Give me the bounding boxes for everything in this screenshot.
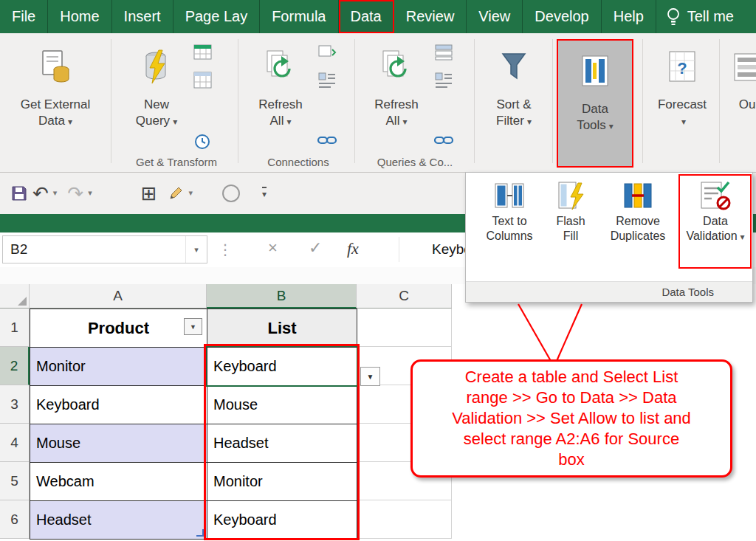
chevron-down-icon: ▾ xyxy=(68,117,72,127)
group-label-queries: Queries & Co... xyxy=(357,156,472,168)
tab-formulas[interactable]: Formula xyxy=(260,0,338,33)
select-all-corner[interactable] xyxy=(0,284,30,309)
column-header-b[interactable]: B xyxy=(207,284,357,309)
flyout-item-label: Text to xyxy=(486,214,532,229)
callout-line: select range A2:A6 for Source xyxy=(464,429,679,449)
properties-icon[interactable] xyxy=(317,72,337,89)
data-validation-dropdown-button[interactable]: ▼ xyxy=(360,367,380,386)
cell-a3[interactable]: Keyboard xyxy=(30,386,207,424)
row-header-4[interactable]: 4 xyxy=(0,424,30,462)
outline-button[interactable]: Ou xyxy=(728,38,756,168)
pencil-icon xyxy=(168,185,184,201)
tab-help[interactable]: Help xyxy=(602,0,656,33)
flyout-item-label: Duplicates xyxy=(611,229,666,244)
get-transform-small-buttons xyxy=(193,44,213,151)
group-divider xyxy=(719,39,720,163)
row-header-2[interactable]: 2 xyxy=(0,347,30,385)
column-header-c[interactable]: C xyxy=(357,284,452,309)
tab-file[interactable]: File xyxy=(0,0,48,33)
refresh-all-button-1[interactable]: Refresh All▾ xyxy=(247,38,314,168)
tab-data[interactable]: Data xyxy=(339,0,394,33)
remove-duplicates-button[interactable]: Remove Duplicates xyxy=(602,180,674,244)
name-box[interactable]: B2 ▾ xyxy=(2,235,207,263)
button-label: Forecast xyxy=(658,97,707,113)
recent-sources-icon[interactable] xyxy=(193,132,213,151)
group-divider xyxy=(474,39,475,163)
customize-qat-button[interactable]: ▾ xyxy=(262,187,267,199)
new-query-button[interactable]: New Query▾ xyxy=(124,38,189,168)
insert-function-button[interactable]: fx xyxy=(347,239,359,258)
group-divider xyxy=(111,39,111,163)
row-header-5[interactable]: 5 xyxy=(0,462,30,500)
tell-me-box[interactable]: Tell me xyxy=(659,0,756,33)
flyout-group-label: Data Tools xyxy=(466,281,752,302)
edit-links-icon[interactable] xyxy=(434,132,455,148)
tab-review[interactable]: Review xyxy=(394,0,467,33)
cell-c6[interactable] xyxy=(357,500,452,539)
filter-dropdown-icon[interactable]: ▼ xyxy=(184,318,202,335)
group-label-connections: Connections xyxy=(244,156,353,168)
properties-icon[interactable] xyxy=(434,72,453,89)
tab-developer[interactable]: Develop xyxy=(523,0,601,33)
row-header-3[interactable]: 3 xyxy=(0,385,30,424)
flyout-item-label: Remove xyxy=(611,214,666,229)
new-query-icon xyxy=(141,38,172,97)
shape-circle-icon[interactable] xyxy=(222,185,240,202)
save-button[interactable] xyxy=(10,185,28,202)
row-header-6[interactable]: 6 xyxy=(0,500,30,539)
flyout-item-label: Fill xyxy=(556,229,585,244)
borders-button[interactable]: ⊞ xyxy=(141,184,157,203)
data-tools-button[interactable]: Data Tools▾ xyxy=(558,42,632,172)
chevron-down-icon: ▾ xyxy=(609,121,614,131)
chevron-down-icon: ▾ xyxy=(286,117,291,127)
cell-a4[interactable]: Mouse xyxy=(30,424,207,463)
tab-view[interactable]: View xyxy=(467,0,523,33)
flash-fill-icon xyxy=(555,180,586,211)
enter-check-icon[interactable]: ✓ xyxy=(309,238,322,258)
flash-fill-button[interactable]: Flash Fill xyxy=(547,180,594,244)
annotation-box-data-validation xyxy=(678,174,752,269)
button-label: Refresh xyxy=(374,97,419,113)
cell-c1[interactable] xyxy=(357,309,452,347)
forecast-button[interactable]: ? Forecast ▾ xyxy=(650,38,715,168)
tab-insert[interactable]: Insert xyxy=(112,0,173,33)
name-box-value: B2 xyxy=(10,241,27,258)
data-tools-icon xyxy=(579,42,611,101)
undo-button[interactable]: ↶ xyxy=(32,184,49,203)
cell-b1[interactable]: List xyxy=(207,309,357,348)
annotation-box-list-range xyxy=(204,344,360,540)
chevron-down-icon[interactable]: ▾ xyxy=(88,188,92,198)
cell-a2[interactable]: Monitor xyxy=(30,348,207,386)
tab-home[interactable]: Home xyxy=(48,0,111,33)
button-label: Data▾ xyxy=(38,113,72,130)
queries-connections-icon[interactable] xyxy=(434,44,453,61)
formula-bar-grip-icon[interactable]: ⋮ xyxy=(218,241,233,258)
callout-line: range >> Go to Data >> Data xyxy=(467,387,677,408)
text-to-columns-button[interactable]: Text to Columns xyxy=(478,180,541,244)
group-divider xyxy=(354,39,355,163)
data-tools-flyout: Text to Columns Flash Fill Re xyxy=(465,172,753,303)
show-queries-icon[interactable] xyxy=(193,44,213,61)
sort-filter-button[interactable]: Sort & Filter▾ xyxy=(481,38,546,168)
refresh-all-button-2[interactable]: Refresh All▾ xyxy=(363,38,430,168)
tab-page-layout[interactable]: Page Lay xyxy=(173,0,261,33)
from-table-icon[interactable] xyxy=(193,72,213,89)
cell-a1[interactable]: Product ▼ xyxy=(30,309,207,348)
cell-a5[interactable]: Webcam xyxy=(30,463,207,501)
button-label: Data xyxy=(582,101,608,117)
row-header-1[interactable]: 1 xyxy=(0,309,30,347)
format-painter-button[interactable] xyxy=(168,185,184,201)
connections-icon[interactable] xyxy=(317,44,337,61)
cancel-icon[interactable]: × xyxy=(268,238,278,258)
chevron-down-icon[interactable]: ▾ xyxy=(53,188,58,198)
edit-links-icon[interactable] xyxy=(317,132,338,148)
cell-a6[interactable]: Headset xyxy=(30,501,207,540)
chevron-down-icon[interactable]: ▾ xyxy=(188,188,193,198)
connections-small-buttons xyxy=(317,44,338,148)
table-resize-handle[interactable] xyxy=(196,529,204,537)
get-external-data-button[interactable]: Get External Data▾ xyxy=(4,38,106,168)
name-box-chevron-icon[interactable]: ▾ xyxy=(185,236,207,263)
redo-button[interactable]: ↷ xyxy=(67,184,83,203)
column-header-a[interactable]: A xyxy=(30,284,207,309)
group-label-get-transform: Get & Transform xyxy=(118,156,235,168)
